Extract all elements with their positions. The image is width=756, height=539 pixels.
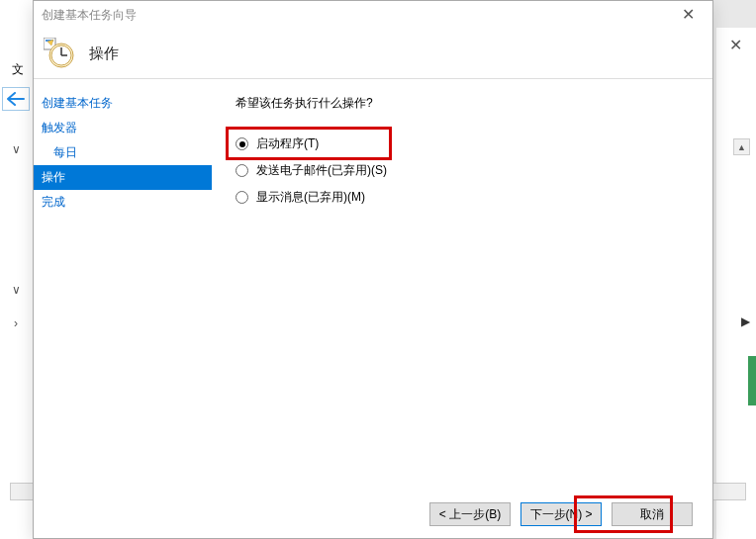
parent-window-right (716, 28, 756, 539)
dialog-titlebar: 创建基本任务向导 ✕ (34, 1, 712, 29)
next-button[interactable]: 下一步(N) > (520, 502, 602, 526)
tree-chevron-icon[interactable]: ∨ (12, 283, 21, 297)
bg-accent (748, 356, 756, 405)
parent-file-text: 文 (12, 61, 24, 78)
tree-chevron-icon[interactable]: › (14, 316, 18, 330)
close-icon[interactable]: ✕ (674, 5, 703, 24)
radio-send-email[interactable]: 发送电子邮件(已弃用)(S) (236, 162, 689, 179)
wizard-content: 希望该任务执行什么操作? 启动程序(T) 发送电子邮件(已弃用)(S) 显示消息… (212, 79, 712, 491)
radio-icon (236, 191, 248, 204)
tree-chevron-icon[interactable]: ∨ (12, 142, 21, 156)
sidebar-item-create-task[interactable]: 创建基本任务 (34, 91, 212, 116)
sidebar-item-trigger[interactable]: 触发器 (34, 116, 212, 140)
dialog-header: 操作 (34, 29, 712, 78)
radio-label: 启动程序(T) (256, 135, 319, 152)
radio-label: 发送电子邮件(已弃用)(S) (256, 162, 387, 179)
action-radio-group: 启动程序(T) 发送电子邮件(已弃用)(S) 显示消息(已弃用)(M) (236, 135, 689, 206)
radio-label: 显示消息(已弃用)(M) (256, 189, 365, 206)
sidebar-item-finish[interactable]: 完成 (34, 190, 212, 215)
action-question: 希望该任务执行什么操作? (236, 95, 689, 112)
wizard-dialog: 创建基本任务向导 ✕ 操作 创建基本任务 触发器 每日 操作 完成 希 (33, 0, 713, 539)
cancel-button[interactable]: 取消 (612, 502, 693, 526)
radio-display-message[interactable]: 显示消息(已弃用)(M) (236, 189, 689, 206)
back-button[interactable]: < 上一步(B) (429, 502, 511, 526)
parent-back-button[interactable] (2, 87, 30, 111)
parent-window-left (0, 0, 35, 539)
wizard-step-title: 操作 (89, 45, 119, 63)
radio-icon (236, 137, 248, 150)
radio-icon (236, 164, 248, 177)
scrollbar-right-icon[interactable]: ▶ (741, 314, 750, 328)
arrow-left-icon (7, 92, 25, 106)
wizard-sidebar: 创建基本任务 触发器 每日 操作 完成 (34, 79, 212, 491)
sidebar-item-daily[interactable]: 每日 (34, 140, 212, 165)
sidebar-item-action[interactable]: 操作 (34, 165, 212, 190)
radio-start-program[interactable]: 启动程序(T) (236, 135, 689, 152)
dialog-footer: < 上一步(B) 下一步(N) > 取消 (34, 491, 712, 538)
dialog-title: 创建基本任务向导 (42, 7, 137, 24)
parent-close-icon[interactable]: ✕ (729, 36, 742, 54)
wizard-header-icon (44, 38, 75, 69)
scrollbar-up-icon[interactable]: ▲ (733, 138, 750, 155)
dialog-body: 创建基本任务 触发器 每日 操作 完成 希望该任务执行什么操作? 启动程序(T)… (34, 79, 712, 491)
